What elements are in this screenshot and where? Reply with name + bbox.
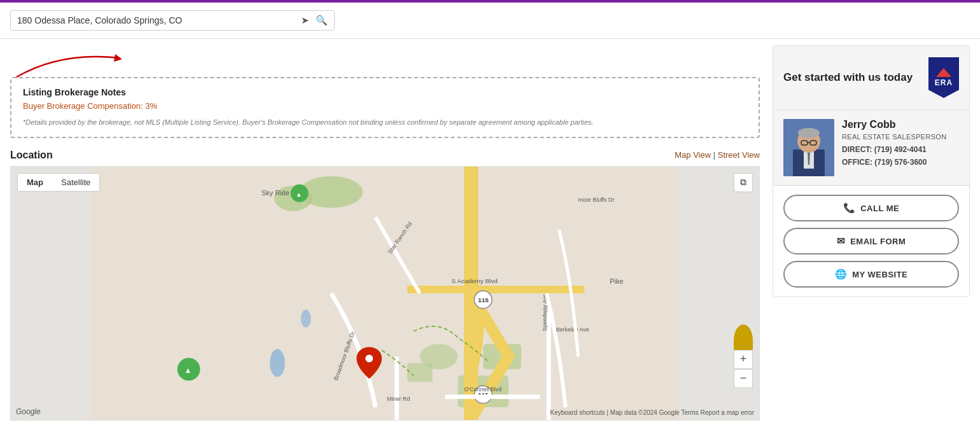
arrow-annotation [10,45,137,83]
svg-text:Miner Rd: Miner Rd [387,396,410,402]
compensation-line: Buyer Brokerage Compensation: 3% [23,101,747,111]
svg-point-27 [301,309,311,327]
svg-point-46 [798,128,820,138]
street-view-link[interactable]: Street View [718,150,760,160]
agent-info: Jerry Cobb REAL ESTATE SALESPERSON DIREC… [773,110,969,185]
era-logo: ERA [928,57,959,98]
search-icon[interactable]: 🔍 [316,15,328,26]
svg-rect-38 [740,334,746,345]
era-logo-text: ERA [935,78,953,87]
era-logo-triangle [936,68,951,77]
svg-rect-21 [445,394,540,399]
brokerage-notes-box: Listing Brokerage Notes Buyer Brokerage … [10,77,760,138]
svg-text:▲: ▲ [185,366,192,375]
svg-text:O'Connell Blvd: O'Connell Blvd [464,386,501,393]
agent-photo-svg [783,119,834,176]
zoom-out-button[interactable]: − [734,369,753,388]
navigate-icon[interactable]: ➤ [301,15,309,26]
office-phone: (719) 576-3600 [874,158,927,167]
compensation-value: 3% [145,101,157,111]
svg-rect-11 [407,286,585,293]
sidebar-actions: 📞 CALL ME ✉ EMAIL FORM 🌐 MY WEBSITE [773,186,969,296]
location-header: Location Map View | Street View [10,150,760,161]
map-fullscreen-button[interactable]: ⧉ [734,173,753,192]
google-logo: Google [16,407,41,416]
zoom-in-button[interactable]: + [734,350,753,369]
view-separator: | [713,150,718,160]
main-content: Listing Brokerage Notes Buyer Brokerage … [0,45,980,421]
svg-point-37 [739,325,748,334]
sidebar-header: Get started with us today ERA [773,46,969,110]
svg-rect-1 [90,167,679,420]
svg-text:115: 115 [478,296,489,303]
agent-phone-direct: DIRECT: (719) 492-4041 [842,143,959,156]
compensation-label: Buyer Brokerage Compensation: [23,101,145,111]
sidebar-header-text: Get started with us today [783,71,913,84]
svg-point-36 [365,354,373,362]
email-form-label: EMAIL FORM [850,237,906,246]
map-container: Map Satellite ⧉ [10,166,760,421]
agent-sidebar: Get started with us today ERA [773,45,970,297]
svg-text:moor Bluffs Dr: moor Bluffs Dr [578,196,614,202]
svg-text:▲: ▲ [296,190,302,197]
map-tab-satellite[interactable]: Satellite [52,174,99,191]
map-view-links: Map View | Street View [675,150,760,160]
svg-text:S Academy Blvd: S Academy Blvd [451,277,497,284]
svg-marker-0 [114,54,122,62]
map-attribution: Keyboard shortcuts | Map data ©2024 Goog… [550,409,755,416]
call-icon: 📞 [843,202,856,214]
brokerage-disclaimer: *Details provided by the brokerage, not … [23,117,747,128]
website-icon: 🌐 [835,268,848,280]
direct-label: DIRECT: [842,145,872,154]
office-label: OFFICE: [842,158,872,167]
divider [0,38,980,39]
brokerage-notes-title: Listing Brokerage Notes [23,87,747,97]
search-bar: ➤ 🔍 [10,10,335,31]
my-website-label: MY WEBSITE [852,270,907,279]
svg-text:Sky Ride: Sky Ride [262,188,290,196]
center-area: Listing Brokerage Notes Buyer Brokerage … [10,45,760,421]
svg-rect-7 [407,363,433,382]
svg-point-26 [270,349,285,377]
svg-rect-19 [395,356,399,420]
map-tab-map[interactable]: Map [18,174,52,191]
email-icon: ✉ [837,235,846,247]
svg-text:Berkeley Ave: Berkeley Ave [556,326,589,332]
call-me-button[interactable]: 📞 CALL ME [783,195,959,221]
agent-photo [783,119,834,176]
agent-title: REAL ESTATE SALESPERSON [842,133,959,141]
agent-details: Jerry Cobb REAL ESTATE SALESPERSON DIREC… [842,119,959,169]
annotation-arrow-svg [10,45,137,83]
email-form-button[interactable]: ✉ EMAIL FORM [783,228,959,254]
my-website-button[interactable]: 🌐 MY WEBSITE [783,261,959,288]
agent-phone-office: OFFICE: (719) 576-3600 [842,156,959,169]
map-view-link[interactable]: Map View [675,150,711,160]
top-accent-bar [0,0,980,3]
agent-name: Jerry Cobb [842,119,959,130]
direct-phone: (719) 492-4041 [874,145,927,154]
map-tabs: Map Satellite [17,173,100,192]
map-zoom-controls: + − [734,350,753,388]
location-title: Location [10,150,53,161]
address-search-input[interactable] [17,15,301,25]
svg-text:Pike: Pike [610,277,623,285]
map-svg: S Academy Blvd 115 115 Broadmoor Bluffs … [11,167,759,420]
call-me-label: CALL ME [860,204,899,213]
